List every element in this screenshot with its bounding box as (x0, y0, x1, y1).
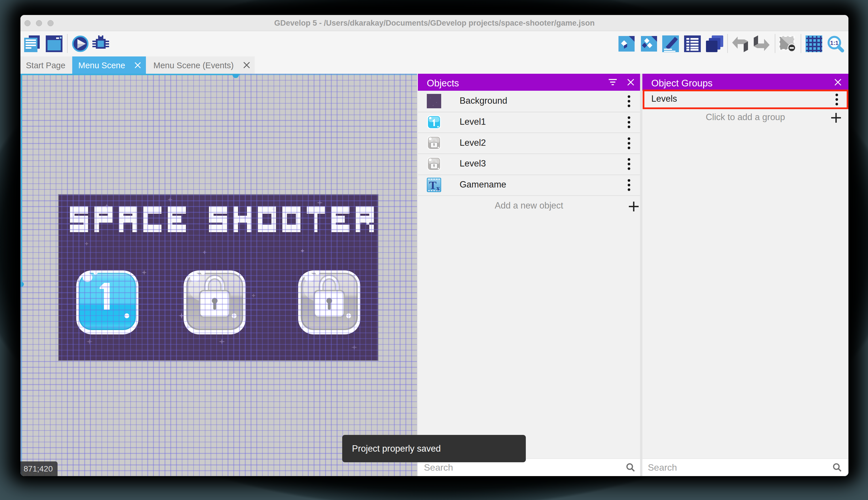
svg-text:T: T (429, 179, 436, 191)
svg-text:1:1: 1:1 (830, 40, 838, 46)
svg-text:x: x (436, 184, 440, 192)
